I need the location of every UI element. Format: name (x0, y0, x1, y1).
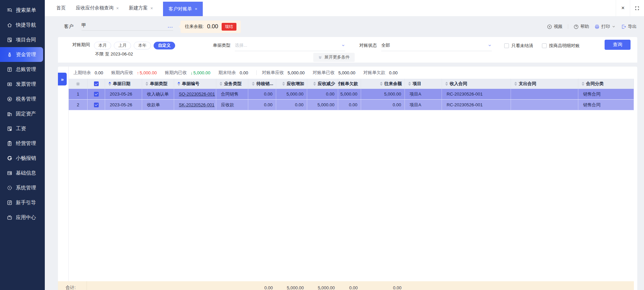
settlement-badge[interactable]: 现结 (222, 23, 236, 31)
filter-checkbox[interactable]: 按商品明细对账 (542, 43, 580, 49)
cell-value: 0.00 (393, 102, 401, 107)
column-header-check[interactable] (88, 79, 105, 89)
close-icon: × (621, 5, 625, 11)
sort-icon[interactable] (514, 82, 517, 86)
column-label: 支出合同 (519, 81, 536, 87)
column-header-biztype[interactable]: 业务类型 (216, 79, 248, 89)
column-header-pending[interactable]: 待核销... (248, 79, 276, 89)
sort-icon[interactable] (108, 82, 111, 86)
column-header-date[interactable]: 单据日期 (105, 79, 142, 89)
column-header-owed[interactable]: 对账单欠款 (338, 79, 361, 89)
row-checkbox[interactable] (94, 92, 99, 97)
doc-number-link[interactable]: SQ-20230526-001 (179, 92, 215, 97)
fullscreen-button[interactable] (630, 0, 644, 16)
sidebar-item-salary[interactable]: 工资 (0, 121, 45, 136)
period-label: 对账期间 (72, 42, 90, 49)
sidebar-item-project-contract[interactable]: 项目合同 (0, 32, 45, 47)
sort-icon[interactable] (282, 82, 285, 86)
tab-1[interactable]: 应收应付余额查询× (76, 0, 119, 16)
summary-value: ↑5,000.00 (137, 70, 157, 75)
row-checkbox[interactable] (94, 103, 99, 107)
chevron-down-icon (341, 43, 345, 47)
period-pill[interactable]: 上月 (114, 42, 131, 49)
table-row-1[interactable]: 12023-05-26收入确认单SQ-20230526-001合同销售0.005… (69, 89, 634, 100)
contract-icon (7, 37, 12, 43)
status-select[interactable]: 全部 (381, 42, 492, 51)
select-all-checkbox[interactable] (94, 81, 99, 86)
more-options-button[interactable]: ··· (168, 26, 173, 29)
tab-3[interactable]: 客户对账单× (163, 2, 203, 16)
print-button[interactable]: 打印 (594, 24, 616, 30)
cell-value: 0.00 (295, 102, 303, 107)
table-row-2[interactable]: 22023-05-26收款单SK-20230526-001应收款0.000.00… (69, 100, 634, 110)
sidebar-item-quick-nav[interactable]: 快捷导航 (0, 17, 45, 32)
sidebar-item-tax-management[interactable]: 税务管理 (0, 92, 45, 106)
column-header-ar_dec[interactable]: 应收减少 (307, 79, 338, 89)
tab-close-icon[interactable]: × (116, 6, 119, 11)
search-button[interactable]: 查询 (605, 40, 631, 50)
tab-close-icon[interactable]: × (195, 6, 197, 11)
arrow-up-icon: ↑ (137, 70, 139, 75)
tab-close-icon[interactable]: × (151, 6, 153, 11)
column-header-balance[interactable]: 往来余额 (361, 79, 405, 89)
tab-2[interactable]: 新建方案× (129, 0, 153, 16)
page-actions: 视频 帮助 打印 导出 (547, 24, 637, 30)
sort-icon[interactable] (380, 82, 383, 86)
sort-icon[interactable] (252, 82, 255, 86)
sidebar-item-operations[interactable]: 经营管理 (0, 136, 45, 151)
column-header-gear[interactable] (69, 79, 88, 89)
column-header-contract_class[interactable]: 合同分类 (578, 79, 634, 89)
sidebar-item-invoice-management[interactable]: 发票管理 (0, 77, 45, 92)
table-body: 12023-05-26收入确认单SQ-20230526-001合同销售0.005… (69, 89, 634, 110)
sort-icon[interactable] (146, 82, 148, 86)
gear-icon[interactable] (75, 81, 80, 86)
totals-row: 合计:0.005,000.005,000.000.000.00 (58, 281, 634, 290)
salary-icon (7, 126, 12, 132)
sidebar-item-novice-guide[interactable]: 新手引导 (0, 195, 45, 210)
doc-type-label: 单据类型 (213, 42, 230, 51)
period-pill[interactable]: 本月 (94, 42, 111, 49)
period-range-field[interactable]: 不限 至 2023-06-02 (95, 51, 133, 57)
export-button[interactable]: 导出 (621, 24, 637, 30)
sidebar-item-general-ledger[interactable]: 总账管理 (0, 62, 45, 77)
period-pill[interactable]: 本年 (134, 42, 151, 49)
sort-icon[interactable] (313, 82, 316, 86)
column-header-income_contract[interactable]: 收入合同 (442, 79, 511, 89)
customer-field[interactable]: 甲 ··· (82, 23, 173, 31)
sidebar-item-base-info[interactable]: 基础信息 (0, 166, 45, 180)
cell-biztype: 应收款 (216, 100, 248, 110)
period-pill[interactable]: 自定义 (154, 42, 175, 49)
sort-icon[interactable] (408, 82, 411, 86)
column-header-docno[interactable]: 单据编号 (174, 79, 216, 89)
sort-icon[interactable] (445, 82, 448, 86)
sort-icon[interactable] (220, 82, 222, 86)
tab-0[interactable]: 首页 (56, 0, 66, 16)
summary-label: 期末结余 (219, 70, 236, 76)
collapse-panel-button[interactable]: » (58, 73, 67, 85)
column-header-doctype[interactable]: 单据类型 (142, 79, 174, 89)
expand-more-button[interactable]: 展开更多条件 (313, 53, 355, 62)
summary-value: 0.00 (240, 70, 248, 75)
sort-icon[interactable] (582, 82, 584, 86)
cell-value: 0.00 (326, 92, 334, 97)
help-button[interactable]: 帮助 (574, 24, 589, 30)
doc-type-select[interactable]: 选择... (235, 42, 345, 51)
close-window-button[interactable]: × (616, 0, 630, 16)
sidebar-item-app-center[interactable]: 应用中心 (0, 210, 45, 225)
video-button[interactable]: 视频 (547, 24, 562, 30)
cell-contract_class: 销售合同 (578, 89, 634, 100)
sidebar-item-funds-management[interactable]: 资金管理 (0, 47, 43, 62)
sidebar-item-label: 资金管理 (16, 51, 36, 58)
column-header-ar_inc[interactable]: 应收增加 (276, 79, 307, 89)
column-header-expense_contract[interactable]: 支出合同 (511, 79, 578, 89)
sidebar-item-fixed-assets[interactable]: 固定资产 (0, 106, 45, 121)
sort-icon[interactable] (178, 82, 180, 86)
sidebar-item-search-menu[interactable]: 搜索菜单 (0, 3, 45, 17)
filter-checkbox[interactable]: 只看未结清 (504, 43, 533, 49)
doc-number-link[interactable]: SK-20230526-001 (179, 102, 215, 107)
filter-panel: 对账期间 本月上月本年自定义 不限 至 2023-06-02 单据类型 选择..… (58, 37, 637, 63)
sidebar-item-system-management[interactable]: 系统管理 (0, 180, 45, 195)
column-header-project[interactable]: 项目 (405, 79, 442, 89)
sidebar-item-expense[interactable]: 小畅报销 (0, 151, 45, 166)
summary-label: 对账单应收 (262, 70, 284, 76)
